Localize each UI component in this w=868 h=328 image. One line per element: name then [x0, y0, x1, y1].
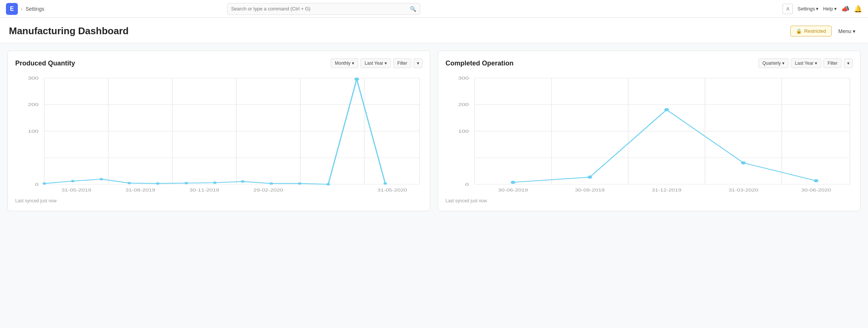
chart2-svg: 300 200 100 0 30-06-2019 30-09-2019 31-1… — [446, 74, 853, 193]
chart1-controls: Monthly ▾ Last Year ▾ Filter ▾ — [331, 58, 422, 68]
page-header: Manufacturing Dashboard 🔒 Restricted Men… — [0, 18, 868, 43]
chart1-filter-extra-button[interactable]: ▾ — [414, 58, 422, 68]
chart1-period-chevron-icon: ▾ — [352, 61, 354, 66]
svg-text:31-03-2020: 31-03-2020 — [729, 188, 758, 192]
svg-text:30-06-2019: 30-06-2019 — [498, 188, 528, 192]
chart2-footer: Last synced just now — [446, 198, 853, 203]
svg-point-57 — [741, 161, 746, 165]
chart1-filter-button[interactable]: Filter — [393, 58, 411, 68]
app-icon[interactable]: E — [6, 3, 18, 15]
chart2-filter-button[interactable]: Filter — [823, 58, 842, 68]
search-input[interactable] — [231, 6, 410, 12]
lock-icon: 🔒 — [796, 28, 802, 34]
main-content: Produced Quantity Monthly ▾ Last Year ▾ … — [0, 43, 868, 219]
svg-text:200: 200 — [458, 102, 469, 107]
chart1-footer: Last synced just now — [15, 198, 422, 203]
svg-point-23 — [100, 178, 103, 180]
svg-text:300: 300 — [28, 76, 39, 81]
svg-text:31-05-2019: 31-05-2019 — [61, 188, 91, 192]
chart1-area: 300 200 100 0 31-05-2019 31-08-2019 30-1… — [15, 74, 422, 194]
chart1-period-button[interactable]: Monthly ▾ — [331, 58, 358, 68]
svg-text:31-12-2019: 31-12-2019 — [652, 188, 681, 192]
produced-quantity-card: Produced Quantity Monthly ▾ Last Year ▾ … — [7, 51, 430, 211]
chart2-controls: Quarterly ▾ Last Year ▾ Filter ▾ — [758, 58, 853, 68]
svg-text:29-02-2020: 29-02-2020 — [253, 188, 283, 192]
svg-point-33 — [383, 182, 387, 184]
svg-point-28 — [241, 180, 244, 183]
svg-text:0: 0 — [465, 182, 469, 187]
svg-point-56 — [664, 108, 669, 112]
completed-operation-card: Completed Operation Quarterly ▾ Last Yea… — [438, 51, 861, 211]
breadcrumb-label: Settings — [26, 6, 45, 12]
announcements-icon[interactable]: 📣 — [841, 5, 849, 13]
svg-point-21 — [43, 182, 46, 184]
chart2-period-chevron-icon: ▾ — [782, 61, 784, 66]
svg-text:0: 0 — [35, 182, 39, 187]
chart2-range-button[interactable]: Last Year ▾ — [791, 58, 821, 68]
chart2-range-chevron-icon: ▾ — [815, 61, 817, 66]
help-chevron-icon: ▾ — [834, 6, 837, 12]
svg-point-30 — [298, 182, 301, 184]
svg-point-58 — [814, 179, 819, 183]
chart1-range-chevron-icon: ▾ — [385, 61, 387, 66]
page-title: Manufacturing Dashboard — [9, 25, 129, 37]
chart1-header: Produced Quantity Monthly ▾ Last Year ▾ … — [15, 58, 422, 68]
svg-text:31-05-2020: 31-05-2020 — [378, 188, 407, 192]
page-actions: 🔒 Restricted Menu ▾ — [790, 26, 859, 36]
notifications-icon[interactable]: 🔔 — [854, 5, 862, 13]
search-bar[interactable]: 🔍 — [227, 3, 420, 15]
svg-point-32 — [354, 78, 359, 81]
chart2-period-button[interactable]: Quarterly ▾ — [758, 58, 788, 68]
svg-text:100: 100 — [28, 129, 39, 134]
chart1-title: Produced Quantity — [15, 60, 75, 67]
settings-button[interactable]: Settings ▾ — [797, 6, 819, 12]
svg-text:30-11-2019: 30-11-2019 — [190, 188, 219, 192]
svg-point-31 — [327, 183, 330, 185]
svg-text:100: 100 — [458, 129, 469, 134]
menu-chevron-icon: ▾ — [853, 28, 855, 34]
svg-point-22 — [71, 180, 74, 182]
chart1-range-button[interactable]: Last Year ▾ — [360, 58, 391, 68]
chart2-area: 300 200 100 0 30-06-2019 30-09-2019 31-1… — [446, 74, 853, 194]
svg-point-29 — [269, 182, 273, 184]
chart2-filter-extra-button[interactable]: ▾ — [844, 58, 853, 68]
svg-text:300: 300 — [458, 76, 469, 81]
breadcrumb-chevron: › — [21, 6, 23, 12]
svg-point-55 — [587, 176, 592, 179]
search-icon: 🔍 — [410, 6, 416, 12]
navbar: E › Settings 🔍 A Settings ▾ Help ▾ 📣 🔔 — [0, 0, 868, 18]
chart2-header: Completed Operation Quarterly ▾ Last Yea… — [446, 58, 853, 68]
menu-button[interactable]: Menu ▾ — [835, 26, 859, 36]
chart1-svg: 300 200 100 0 31-05-2019 31-08-2019 30-1… — [15, 74, 422, 193]
svg-text:30-06-2020: 30-06-2020 — [801, 188, 831, 192]
settings-chevron-icon: ▾ — [816, 6, 819, 12]
svg-point-26 — [185, 182, 188, 184]
svg-point-24 — [127, 182, 131, 184]
svg-point-27 — [213, 181, 216, 184]
svg-text:31-08-2019: 31-08-2019 — [126, 188, 155, 192]
svg-point-25 — [156, 182, 159, 184]
chart2-title: Completed Operation — [446, 60, 514, 67]
nav-right: A Settings ▾ Help ▾ 📣 🔔 — [783, 4, 862, 14]
svg-text:200: 200 — [28, 102, 39, 107]
avatar: A — [783, 4, 793, 14]
restricted-button[interactable]: 🔒 Restricted — [790, 26, 832, 36]
help-button[interactable]: Help ▾ — [823, 6, 837, 12]
svg-text:30-09-2019: 30-09-2019 — [575, 188, 605, 192]
svg-point-54 — [511, 181, 515, 184]
